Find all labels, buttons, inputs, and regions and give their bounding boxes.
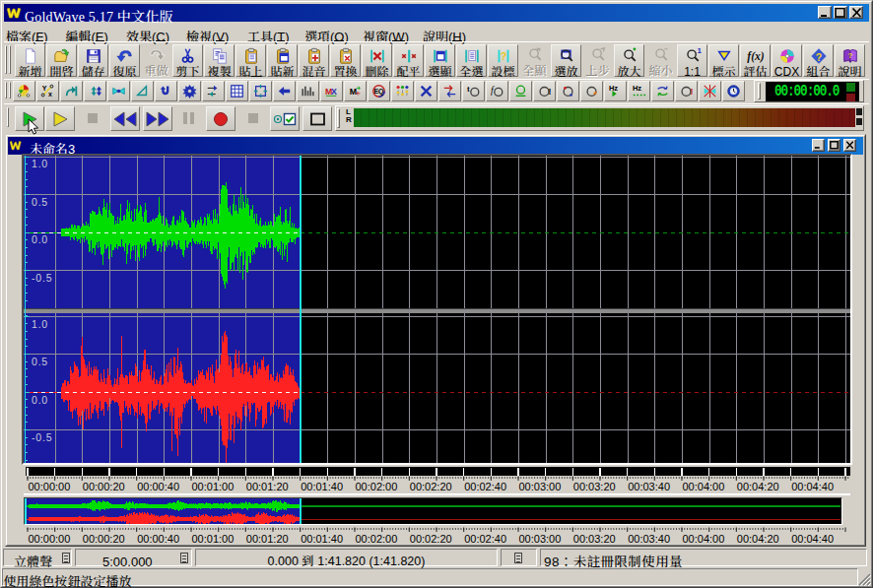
svg-text:Y: Y [42, 85, 47, 92]
svg-text:x: x [48, 91, 52, 98]
svg-text:f: f [491, 85, 495, 96]
svg-text:M: M [350, 87, 357, 97]
svg-text:!: ! [690, 87, 693, 97]
svg-text:EQ: EQ [373, 88, 384, 96]
svg-text:?: ? [815, 51, 822, 63]
svg-text:Hz: Hz [609, 84, 618, 93]
svg-text:t: t [467, 85, 470, 94]
svg-text:Hz: Hz [633, 84, 641, 93]
svg-text:?: ? [500, 50, 506, 62]
svg-text:?: ? [847, 51, 852, 60]
svg-text:!: ! [548, 87, 551, 97]
svg-text:f(x): f(x) [747, 50, 765, 63]
svg-text:X: X [331, 87, 337, 97]
svg-text:1: 1 [697, 47, 702, 55]
